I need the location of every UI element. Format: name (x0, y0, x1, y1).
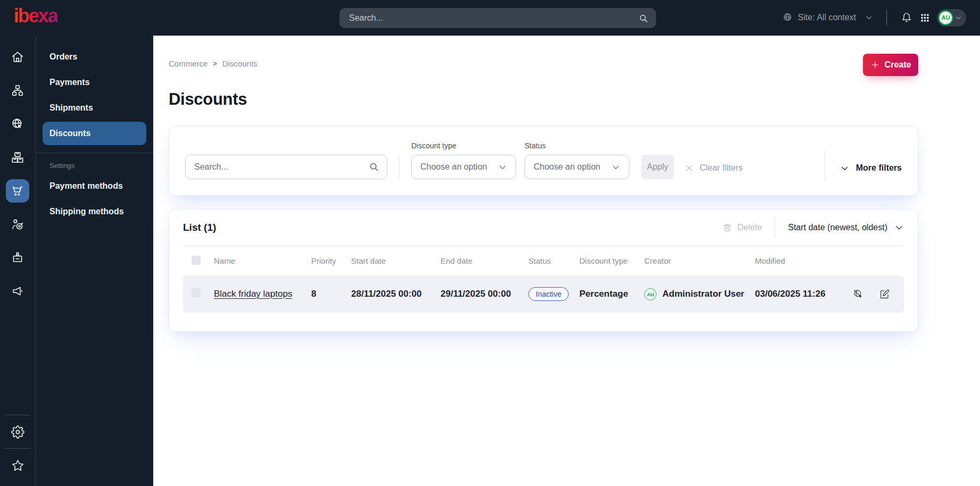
filter-search-input[interactable] (194, 162, 369, 172)
delete-button-label: Delete (737, 223, 762, 232)
more-filters-button[interactable]: More filters (840, 163, 902, 173)
breadcrumb-commerce[interactable]: Commerce (169, 59, 207, 68)
chevron-down-icon (840, 164, 849, 173)
row-checkbox[interactable] (192, 288, 201, 297)
delete-button[interactable]: Delete (722, 223, 762, 232)
create-button[interactable]: Create (863, 54, 918, 76)
row-actions (851, 289, 904, 300)
nav-home-icon[interactable] (6, 45, 29, 69)
row-start-date: 28/11/2025 00:00 (351, 289, 441, 299)
app-grid-icon[interactable] (916, 9, 934, 27)
site-context-label: Site: All context (798, 13, 856, 22)
status-badge: Inactive (528, 287, 569, 301)
filter-search[interactable] (185, 155, 387, 179)
sort-dropdown-label: Start date (newest, oldest) (788, 223, 887, 232)
column-header-name: Name (214, 256, 311, 265)
column-header-modified: Modified (755, 256, 851, 265)
discount-type-label: Discount type (411, 141, 516, 150)
column-header-priority: Priority (311, 256, 351, 265)
edit-icon[interactable] (879, 289, 890, 300)
commerce-sidebar: Orders Payments Shipments Discounts Sett… (36, 36, 153, 486)
status-value: Choose an option (534, 162, 600, 172)
bookmarks-star-icon[interactable] (6, 454, 29, 477)
row-discount-type: Percentage (579, 289, 644, 299)
more-filters-label: More filters (856, 163, 902, 173)
sidebar-item-shipments[interactable]: Shipments (36, 95, 153, 121)
sidebar-divider (36, 153, 153, 153)
status-filter: Status Choose an option (525, 141, 629, 179)
discount-type-select[interactable]: Choose an option (411, 155, 516, 179)
chevron-down-icon (611, 163, 620, 172)
column-header-creator: Creator (644, 256, 755, 265)
table-header-row: Name Priority Start date End date Status… (183, 246, 904, 275)
status-select[interactable]: Choose an option (525, 155, 629, 179)
topbar-divider (886, 10, 887, 26)
nav-corporate-icon[interactable] (6, 246, 29, 270)
sidebar-item-payment-methods[interactable]: Payment methods (36, 173, 153, 199)
clear-filters-button[interactable]: Clear filters (685, 163, 743, 173)
creator-name: Administrator User (662, 289, 744, 299)
sidebar-item-orders[interactable]: Orders (36, 44, 153, 70)
list-title: List (1) (183, 222, 216, 233)
app-window: ibexa Site: All context (0, 0, 980, 486)
nav-personalization-icon[interactable] (6, 213, 29, 236)
topbar-right-controls: Site: All context AU (783, 9, 966, 27)
settings-gear-icon[interactable] (6, 420, 29, 443)
rail-divider (5, 415, 30, 415)
globe-icon (783, 12, 793, 23)
breadcrumb: Commerce > Discounts (169, 54, 258, 68)
filters-panel: Discount type Choose an option Status Ch… (169, 126, 918, 196)
list-header-actions: Delete Start date (newest, oldest) (722, 217, 904, 238)
preview-disabled-icon[interactable] (853, 289, 864, 300)
chevron-down-icon (865, 14, 873, 21)
trash-icon (722, 223, 732, 232)
close-icon (685, 164, 694, 173)
table-row: Black friday laptops 8 28/11/2025 00:00 … (183, 275, 904, 313)
sort-dropdown[interactable]: Start date (newest, oldest) (788, 223, 904, 232)
select-all-checkbox[interactable] (192, 256, 201, 265)
create-button-label: Create (885, 60, 911, 70)
status-label: Status (525, 141, 629, 150)
breadcrumb-discounts[interactable]: Discounts (222, 59, 258, 68)
user-menu[interactable]: AU (937, 9, 966, 27)
creator-avatar: AU (644, 288, 657, 300)
nav-commerce-icon[interactable] (6, 179, 29, 203)
breadcrumb-separator: > (213, 60, 217, 68)
ibexa-logo: ibexa (14, 6, 57, 29)
sidebar-item-discounts[interactable]: Discounts (43, 122, 146, 145)
list-header: List (1) Delete Start date (newest, olde… (183, 210, 904, 246)
notifications-bell-icon[interactable] (898, 9, 916, 27)
row-modified: 03/06/2025 11:26 (755, 289, 851, 299)
discount-type-value: Choose an option (420, 162, 487, 172)
discounts-list-panel: List (1) Delete Start date (newest, olde… (169, 209, 918, 332)
filter-divider (399, 155, 400, 179)
nav-products-icon[interactable] (6, 146, 29, 169)
sidebar-item-payments[interactable]: Payments (36, 70, 153, 95)
global-search[interactable] (339, 8, 656, 28)
chevron-down-icon (894, 223, 904, 232)
discount-type-filter: Discount type Choose an option (411, 141, 516, 179)
discount-name-link[interactable]: Black friday laptops (214, 289, 292, 299)
apply-button[interactable]: Apply (641, 155, 674, 179)
rail-bottom-group (0, 415, 35, 486)
search-icon[interactable] (638, 13, 649, 23)
nav-marketing-icon[interactable] (6, 280, 29, 303)
column-header-discount-type: Discount type (579, 256, 644, 265)
sidebar-item-shipping-methods[interactable]: Shipping methods (36, 199, 153, 224)
creator-cell: AU Administrator User (644, 288, 755, 300)
column-header-status: Status (528, 256, 579, 265)
chevron-down-icon (955, 14, 962, 21)
nav-content-tree-icon[interactable] (6, 79, 29, 102)
row-end-date: 29/11/2025 00:00 (441, 289, 528, 299)
column-header-end-date: End date (441, 256, 528, 265)
page-header: Commerce > Discounts Create (169, 54, 918, 76)
sidebar-section-label: Settings (36, 162, 153, 173)
search-icon[interactable] (369, 162, 379, 172)
site-context-selector[interactable]: Site: All context (783, 12, 873, 23)
app-shell: Orders Payments Shipments Discounts Sett… (0, 36, 980, 486)
plus-icon (870, 60, 880, 70)
main-content: Commerce > Discounts Create Discounts (153, 36, 980, 486)
filter-divider (825, 150, 825, 181)
global-search-input[interactable] (349, 13, 638, 23)
nav-site-icon[interactable] (6, 112, 29, 136)
